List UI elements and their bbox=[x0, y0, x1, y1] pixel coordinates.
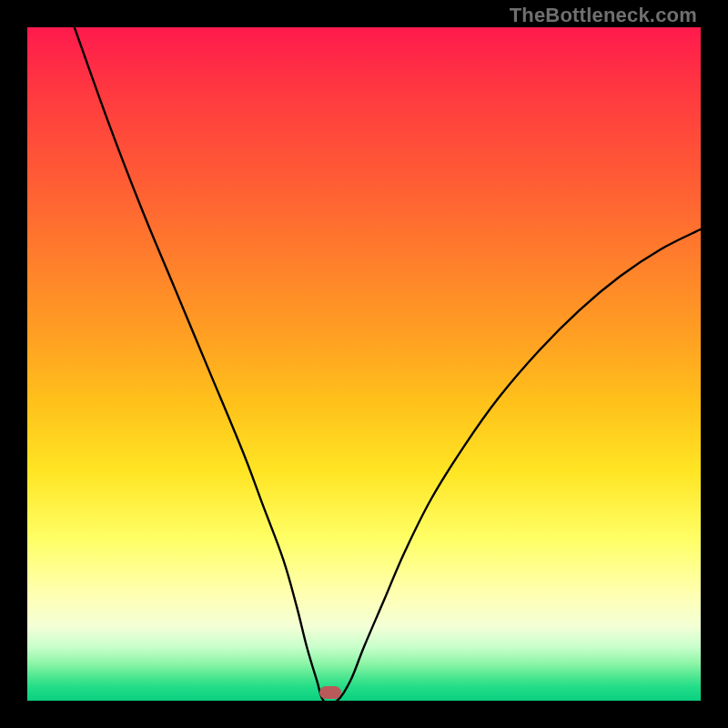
chart-frame: TheBottleneck.com bbox=[0, 0, 728, 728]
curve-svg bbox=[27, 27, 701, 701]
bottleneck-curve bbox=[75, 27, 701, 701]
plot-area bbox=[27, 27, 701, 701]
watermark-text: TheBottleneck.com bbox=[510, 4, 697, 27]
optimal-marker bbox=[319, 686, 341, 699]
